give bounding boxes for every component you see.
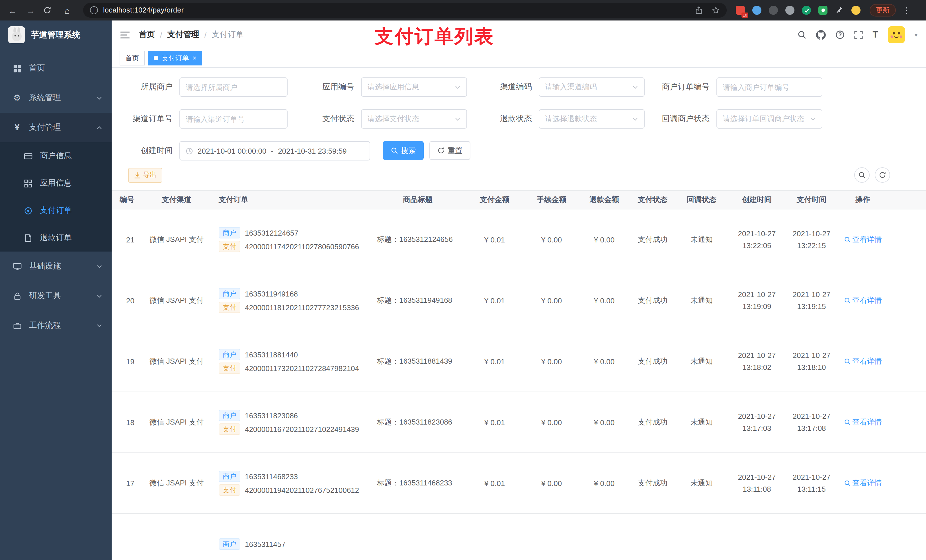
sidebar-item-payment[interactable]: ¥ 支付管理 (0, 113, 112, 142)
breadcrumb-separator: / (204, 30, 207, 39)
home-icon[interactable]: ⌂ (62, 5, 73, 15)
pay-tag: 支付 (219, 484, 240, 496)
extension-icon-4[interactable] (785, 6, 794, 15)
share-icon[interactable] (695, 6, 702, 14)
reset-button[interactable]: 重置 (430, 141, 471, 160)
back-icon[interactable]: ← (7, 5, 18, 15)
pay-status-select[interactable]: 请选择支付状态 (361, 109, 467, 128)
filter-label: 退款状态 (477, 114, 539, 124)
channel-code-select[interactable]: 请输入渠道编码 (539, 77, 645, 97)
sidebar-item-pay-order[interactable]: 支付订单 (0, 197, 112, 224)
view-detail-link[interactable]: 查看详情 (844, 478, 882, 488)
forward-icon[interactable]: → (25, 5, 36, 15)
pay-tag: 支付 (219, 302, 240, 313)
table-toolbar: 导出 (112, 167, 926, 183)
hamburger-icon[interactable] (120, 30, 130, 39)
view-detail-link[interactable]: 查看详情 (844, 356, 882, 367)
breadcrumb-home[interactable]: 首页 (139, 30, 155, 40)
sidebar-menu: 首页 ⚙ 系统管理 ¥ 支付管理 商户信息 (0, 53, 112, 340)
app-logo[interactable]: 芋道管理系统 (0, 21, 112, 49)
extension-icon-1[interactable]: 10 (736, 6, 745, 15)
browser-menu-icon[interactable]: ⋮ (903, 6, 911, 15)
gear-icon: ⚙ (12, 93, 22, 103)
extension-icon-7[interactable] (851, 6, 861, 15)
date-start-value: 2021-10-01 00:00:00 (198, 146, 266, 155)
refresh-button[interactable] (875, 167, 890, 183)
clock-icon (186, 147, 193, 154)
extension-icon-6[interactable] (819, 6, 828, 15)
extension-icon-3[interactable] (769, 6, 778, 15)
notify-status-select[interactable]: 请选择订单回调商户状态 (716, 109, 822, 128)
sidebar: 芋道管理系统 首页 ⚙ 系统管理 ¥ 支付管理 (0, 21, 112, 560)
sidebar-item-workflow[interactable]: 工作流程 (0, 311, 112, 340)
orders-table-wrap: 编号 支付渠道 支付订单 商品标题 支付金额 手续金额 退款金额 支付状态 回调… (112, 190, 926, 560)
bookmark-star-icon[interactable] (712, 6, 720, 14)
app-id-select[interactable]: 请选择应用信息 (361, 77, 467, 97)
browser-update-button[interactable]: 更新 (870, 4, 896, 17)
chevron-down-icon (454, 84, 461, 90)
infrastructure-icon (12, 262, 22, 270)
filter-label: 应用编号 (300, 82, 361, 92)
toggle-search-button[interactable] (854, 167, 870, 183)
col-filler (888, 190, 926, 209)
channel-order-no-input[interactable] (179, 109, 287, 128)
breadcrumb-separator: / (160, 30, 162, 39)
merchant-tag: 商户 (219, 349, 240, 360)
col-amount: 支付金额 (465, 190, 525, 209)
pay-tag: 支付 (219, 423, 240, 435)
chevron-down-icon[interactable]: ▾ (915, 32, 917, 38)
merchant-tag: 商户 (219, 288, 240, 299)
table-row-partial: 商户1635311457 (112, 514, 926, 560)
extension-icon-5[interactable] (802, 6, 811, 15)
sidebar-item-system[interactable]: ⚙ 系统管理 (0, 83, 112, 113)
col-refund: 退款金额 (579, 190, 630, 209)
merchant-order-no-input[interactable] (716, 77, 822, 97)
font-size-icon[interactable]: T (873, 30, 878, 40)
filter-label: 商户订单编号 (655, 82, 716, 92)
chevron-down-icon (96, 263, 103, 269)
tab-home[interactable]: 首页 (120, 51, 145, 65)
tab-pay-order[interactable]: 支付订单 × (148, 51, 202, 65)
pay-tag: 支付 (219, 241, 240, 252)
sidebar-item-devtools[interactable]: 研发工具 (0, 281, 112, 311)
sidebar-item-infrastructure[interactable]: 基础设施 (0, 252, 112, 281)
pin-icon[interactable] (835, 6, 844, 15)
devtools-icon (12, 292, 22, 300)
refund-status-select[interactable]: 请选择退款状态 (539, 109, 645, 128)
view-detail-link[interactable]: 查看详情 (844, 295, 882, 306)
chevron-up-icon (96, 124, 103, 131)
filter-label: 渠道编码 (477, 82, 539, 92)
date-range-picker[interactable]: 2021-10-01 00:00:00 - 2021-10-31 23:59:5… (179, 141, 370, 160)
sidebar-item-refund-order[interactable]: 退款订单 (0, 224, 112, 252)
site-info-icon[interactable]: i (90, 6, 98, 14)
merchant-filter-input[interactable] (179, 77, 287, 97)
active-tab-dot (154, 56, 158, 60)
reload-icon[interactable] (43, 6, 54, 14)
view-detail-link[interactable]: 查看详情 (844, 417, 882, 427)
help-icon[interactable] (835, 30, 844, 39)
extension-icon-2[interactable] (752, 6, 761, 15)
view-detail-link[interactable]: 查看详情 (844, 234, 882, 245)
fullscreen-icon[interactable] (854, 30, 863, 39)
search-icon[interactable] (797, 30, 806, 39)
sidebar-item-home[interactable]: 首页 (0, 53, 112, 83)
chevron-down-icon (632, 84, 639, 90)
top-navbar: 首页 / 支付管理 / 支付订单 支付订单列表 T ▾ (112, 21, 926, 49)
address-bar[interactable]: i localhost:1024/pay/order (83, 3, 727, 18)
page-content: 所属商户 应用编号 请选择应用信息 渠道编码 请输入渠道编码 (112, 68, 926, 560)
breadcrumb-payment[interactable]: 支付管理 (168, 30, 199, 40)
breadcrumb-current: 支付订单 (212, 30, 244, 40)
filter-label: 渠道订单号 (118, 114, 179, 124)
refund-order-icon (23, 234, 33, 242)
sidebar-item-app-info[interactable]: 应用信息 (0, 170, 112, 197)
github-icon[interactable] (816, 30, 826, 39)
table-row: 17 微信 JSAPI 支付 商户1635311468233 支付4200001… (112, 453, 926, 514)
user-avatar[interactable] (888, 26, 905, 43)
close-icon[interactable]: × (192, 54, 197, 62)
search-button[interactable]: 搜索 (383, 141, 424, 160)
merchant-tag: 商户 (219, 538, 240, 550)
extensions-area: 10 (736, 6, 861, 15)
sidebar-item-merchant-info[interactable]: 商户信息 (0, 142, 112, 170)
export-button[interactable]: 导出 (128, 168, 162, 183)
screen: ← → ⌂ i localhost:1024/pay/order 10 更新 (0, 0, 926, 560)
